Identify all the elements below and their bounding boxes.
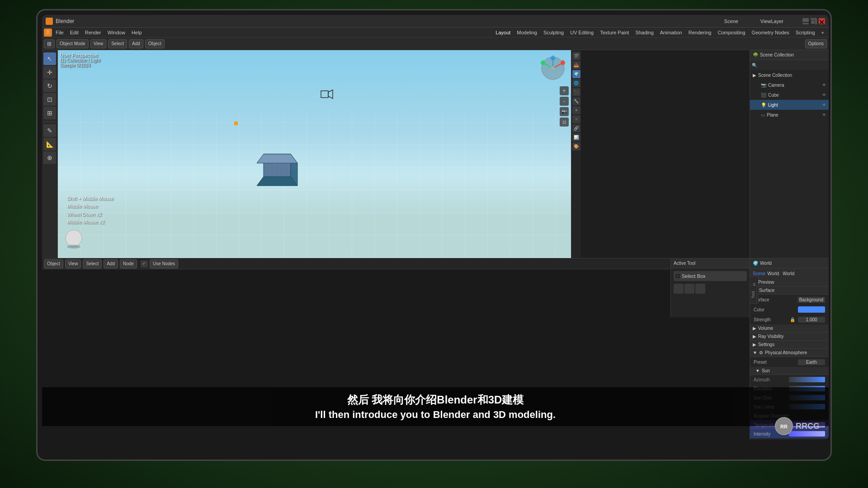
strength-value[interactable]: 1.000 bbox=[798, 317, 825, 323]
toolbar-object[interactable]: Object bbox=[145, 39, 165, 48]
settings-arrow: ▶ bbox=[753, 342, 756, 347]
camera-view-btn[interactable]: 📷 bbox=[560, 107, 569, 116]
node-add[interactable]: Add bbox=[104, 259, 118, 268]
prop-tab-particles[interactable]: ✦ bbox=[572, 106, 580, 114]
viewport-3d[interactable]: User Perspective (1) Collection | Light … bbox=[58, 50, 571, 258]
zoom-out-btn[interactable]: - bbox=[560, 97, 569, 106]
prop-tab-physics[interactable]: ⚛ bbox=[572, 115, 580, 123]
outliner-light-item[interactable]: 💡 Light 👁 bbox=[750, 100, 829, 110]
tab-compositing[interactable]: Compositing bbox=[715, 29, 748, 36]
mode-select[interactable]: Object Mode bbox=[57, 39, 89, 48]
azimuth-bar[interactable] bbox=[789, 377, 825, 382]
use-nodes-checkbox[interactable]: ✓ bbox=[141, 260, 148, 267]
preset-value[interactable]: Earth bbox=[798, 359, 825, 365]
options-btn[interactable]: Options bbox=[805, 39, 827, 48]
tool-annotate[interactable]: ✎ bbox=[43, 124, 56, 137]
light-item-label: Light bbox=[768, 103, 778, 108]
preview-section[interactable]: ▶ Preview bbox=[750, 278, 829, 286]
ray-visibility-section[interactable]: ▶ Ray Visibility bbox=[750, 333, 829, 341]
volume-section[interactable]: ▶ Volume bbox=[750, 324, 829, 333]
physical-atmosphere-section[interactable]: ▼ ⚙ Physical Atmosphere bbox=[750, 349, 829, 357]
outliner-camera-item[interactable]: 📷 Camera 👁 bbox=[750, 80, 829, 90]
tab-rendering[interactable]: Rendering bbox=[686, 29, 714, 36]
plane-item-icon: ▭ bbox=[761, 113, 765, 117]
tool-move[interactable]: ✛ bbox=[43, 66, 56, 79]
scene-btn[interactable]: Scene bbox=[753, 271, 765, 276]
outliner-scene-collection-item[interactable]: ▶ Scene Collection bbox=[750, 70, 829, 80]
toolbar-view[interactable]: View bbox=[90, 39, 107, 48]
nav-gizmo[interactable]: Z X Y bbox=[539, 55, 566, 82]
node-mode[interactable]: Object bbox=[44, 259, 63, 268]
tool-scale[interactable]: ⊡ bbox=[43, 93, 56, 106]
tool-rotate[interactable]: ↻ bbox=[43, 80, 56, 92]
toolbar-select[interactable]: Select bbox=[108, 39, 127, 48]
node-node[interactable]: Node bbox=[120, 259, 137, 268]
outliner-plane-item[interactable]: ▭ Plane 👁 bbox=[750, 110, 829, 120]
menu-file[interactable]: File bbox=[53, 29, 66, 36]
tab-modeling[interactable]: Modeling bbox=[514, 29, 540, 36]
tab-scripting[interactable]: Scripting bbox=[793, 29, 818, 36]
blender-menu-icon: B bbox=[44, 28, 52, 37]
pa-label: Physical Atmosphere bbox=[765, 350, 807, 355]
menu-render[interactable]: Render bbox=[82, 29, 104, 36]
menu-edit[interactable]: Edit bbox=[67, 29, 81, 36]
minimize-btn[interactable]: — bbox=[802, 18, 809, 24]
prop-tab-constraints[interactable]: 🔗 bbox=[572, 124, 580, 132]
prop-tab-data[interactable]: 📊 bbox=[572, 133, 580, 141]
tool-icon-3[interactable] bbox=[695, 284, 705, 294]
menu-help[interactable]: Help bbox=[129, 29, 145, 36]
surface-type-value[interactable]: Background bbox=[797, 297, 825, 303]
prop-tab-material[interactable]: 🎨 bbox=[572, 142, 580, 150]
tool-cursor[interactable]: ↖ bbox=[43, 52, 56, 65]
node-editor-toolbar: Object View Select Add Node ✓ Use Nodes bbox=[42, 258, 750, 269]
tool-icon-1[interactable] bbox=[674, 284, 684, 294]
frame-all-btn[interactable]: ⊡ bbox=[560, 117, 569, 127]
collection-label: (1) Collection | Light bbox=[60, 58, 100, 63]
use-nodes-label[interactable]: Use Nodes bbox=[150, 259, 178, 268]
select-box-btn[interactable]: ⊡ Select Box bbox=[674, 271, 747, 281]
tool-icon-2[interactable] bbox=[684, 284, 694, 294]
toolbar-add[interactable]: Add bbox=[129, 39, 143, 48]
prop-tab-modifiers[interactable]: 🔧 bbox=[572, 97, 580, 105]
color-swatch[interactable] bbox=[798, 306, 825, 313]
outliner-cube-item[interactable]: ⬛ Cube 👁 bbox=[750, 90, 829, 100]
laptop-frame: Blender — □ ✕ Scene ViewLayer B File Edi… bbox=[0, 0, 868, 488]
surface-section-header[interactable]: ▼ Surface bbox=[750, 286, 829, 295]
title-bar: Blender — □ ✕ Scene ViewLayer bbox=[42, 15, 829, 28]
menu-window[interactable]: Window bbox=[105, 29, 128, 36]
outliner-scene-collection: Scene Collection bbox=[760, 52, 794, 57]
light-item-icon: 💡 bbox=[761, 103, 766, 108]
prop-tab-world[interactable]: 🌐 bbox=[572, 79, 580, 87]
close-btn[interactable]: ✕ bbox=[819, 18, 825, 24]
tool-transform[interactable]: ⊞ bbox=[43, 107, 56, 119]
tab-uv-editing[interactable]: UV Editing bbox=[567, 29, 596, 36]
tab-shading[interactable]: Shading bbox=[632, 29, 656, 36]
tab-layout[interactable]: Layout bbox=[493, 29, 513, 36]
tool-measure[interactable]: 📐 bbox=[43, 138, 56, 150]
prop-tab-render[interactable]: 🎬 bbox=[572, 52, 580, 60]
tab-animation[interactable]: Animation bbox=[657, 29, 685, 36]
tool-tab[interactable]: Tool bbox=[750, 286, 757, 304]
perspective-label: User Perspective bbox=[60, 52, 100, 58]
node-select[interactable]: Select bbox=[83, 259, 102, 268]
prop-tab-object[interactable]: ⬛ bbox=[572, 88, 580, 96]
active-tool-header: Active Tool bbox=[671, 258, 750, 268]
prop-tab-output[interactable]: 📤 bbox=[572, 61, 580, 69]
sun-section[interactable]: ▼ Sun bbox=[750, 367, 829, 375]
add-workspace-btn[interactable]: + bbox=[819, 29, 827, 36]
tab-sculpting[interactable]: Sculpting bbox=[541, 29, 566, 36]
scene-label: Scene bbox=[724, 19, 738, 24]
tool-add[interactable]: ⊕ bbox=[43, 151, 56, 164]
keyboard-hints: Shift + Middle Mouse Middle Mouse Wheel … bbox=[67, 195, 113, 226]
subtitle-chinese: 然后 我将向你介绍Blender和3D建模 bbox=[47, 393, 823, 407]
prop-tab-scene[interactable]: 🌍 bbox=[572, 70, 580, 78]
maximize-btn[interactable]: □ bbox=[811, 18, 817, 24]
settings-section[interactable]: ▶ Settings bbox=[750, 341, 829, 349]
blender-icon bbox=[46, 18, 53, 25]
world-btn[interactable]: World bbox=[767, 271, 779, 276]
tab-texture-paint[interactable]: Texture Paint bbox=[597, 29, 632, 36]
zoom-in-btn[interactable]: + bbox=[560, 86, 569, 95]
svg-marker-16 bbox=[257, 154, 297, 163]
tab-geometry-nodes[interactable]: Geometry Nodes bbox=[749, 29, 792, 36]
node-view[interactable]: View bbox=[65, 259, 81, 268]
